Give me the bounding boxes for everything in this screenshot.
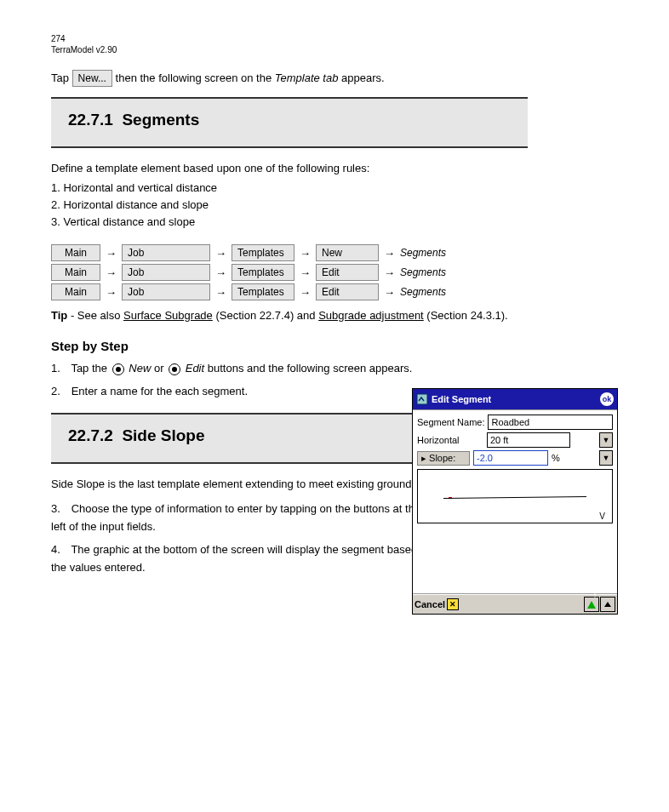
link-subgrade-adjustment[interactable]: Subgrade adjustment [318, 309, 424, 322]
warning-icon[interactable] [584, 597, 599, 612]
ok-button[interactable]: ok [600, 392, 614, 406]
crumb-edit[interactable]: Edit [316, 264, 379, 281]
dialog-footer: Cancel ✕ [413, 594, 617, 614]
horizontal-dropdown[interactable]: ▼ [599, 432, 613, 448]
slope-unit: % [552, 453, 560, 463]
crumb-segments: Segments [400, 247, 446, 259]
breadcrumb-row-1: Main→ Job→ Templates→ New→ Segments [51, 244, 626, 261]
edit-segment-dialog: Edit Segment ok Segment Name: Horizontal… [412, 388, 618, 615]
slope-dropdown[interactable]: ▼ [599, 450, 613, 466]
radio-icon [112, 363, 124, 375]
horizontal-input[interactable] [487, 432, 570, 448]
crumb-templates[interactable]: Templates [232, 264, 294, 281]
tip-line: Tip - See also Surface Subgrade (Section… [51, 309, 626, 322]
new-button[interactable]: New... [72, 70, 112, 87]
section-box-segments: 22.7.1 Segments [51, 97, 528, 148]
segment-line [443, 496, 586, 499]
segment-preview-canvas: V [417, 469, 613, 523]
crumb-edit[interactable]: Edit [316, 283, 379, 300]
section-title: 22.7.1 Segments [68, 111, 511, 129]
segment-name-label: Segment Name: [417, 417, 484, 427]
crumb-job[interactable]: Job [122, 244, 210, 261]
breadcrumb-row-3: Main→ Job→ Templates→ Edit→ Segments [51, 283, 626, 300]
link-surface-subgrade[interactable]: Surface Subgrade [123, 309, 213, 322]
doc-title: TerraModel v2.90 [51, 45, 626, 54]
cancel-button[interactable]: Cancel [415, 599, 445, 609]
segment-type-2: 2. Horizontal distance and slope [51, 197, 626, 213]
slope-toggle-button[interactable]: ▸ Slope: [417, 451, 470, 466]
app-icon [416, 393, 428, 405]
step-3: 3. Choose the type of information to ent… [51, 500, 434, 536]
dialog-title: Edit Segment [432, 394, 491, 404]
crumb-new[interactable]: New [316, 244, 379, 261]
segment-name-input[interactable] [488, 415, 613, 430]
breadcrumb-row-2: Main→ Job→ Templates→ Edit→ Segments [51, 264, 626, 281]
intro-paragraph: Tap New... then the following screen on … [51, 70, 528, 87]
crumb-main[interactable]: Main [51, 264, 100, 281]
keyboard-icon[interactable] [600, 597, 615, 612]
step-1: 1. Tap the New or Edit buttons and the f… [51, 360, 434, 378]
svg-marker-1 [604, 602, 611, 607]
dialog-titlebar: Edit Segment ok [413, 389, 617, 409]
radio-icon [169, 363, 180, 375]
segment-type-1: 1. Horizontal and vertical distance [51, 180, 626, 196]
crumb-templates[interactable]: Templates [232, 283, 294, 300]
segment-type-3: 3. Vertical distance and slope [51, 214, 626, 230]
crumb-templates[interactable]: Templates [232, 244, 294, 261]
crumb-main[interactable]: Main [51, 244, 100, 261]
crumb-main[interactable]: Main [51, 283, 100, 300]
canvas-label-v: V [599, 512, 605, 521]
page-number: 274 [51, 34, 626, 43]
slope-input[interactable] [473, 450, 548, 466]
crumb-segments: Segments [400, 266, 446, 278]
step-2: 2. Enter a name for the each segment. [51, 383, 434, 401]
crumb-segments: Segments [400, 286, 446, 298]
close-icon[interactable]: ✕ [447, 598, 459, 610]
step-4: 4. The graphic at the bottom of the scre… [51, 541, 434, 577]
crumb-job[interactable]: Job [122, 264, 210, 281]
define-para: Define a template element based upon one… [51, 160, 528, 177]
crumb-job[interactable]: Job [122, 283, 210, 300]
horizontal-label: Horizontal [417, 435, 483, 445]
step-by-step-heading: Step by Step [51, 339, 626, 353]
